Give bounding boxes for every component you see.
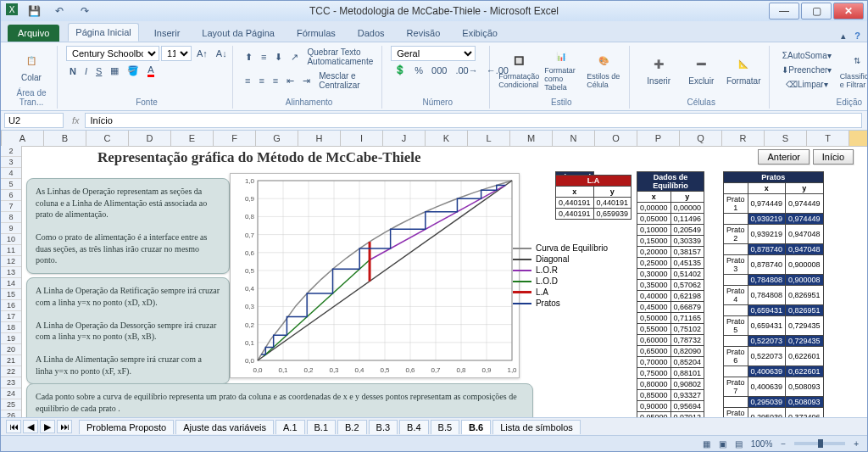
sheet-tab[interactable]: B.5 [431,420,460,434]
col-header-O[interactable]: O [595,131,637,146]
merge-button[interactable]: Mesclar e Centralizar [315,70,376,92]
row-header[interactable]: 18 [1,322,21,333]
row-header[interactable]: 14 [1,278,21,289]
col-header-K[interactable]: K [426,131,468,146]
col-header-S[interactable]: S [765,131,807,146]
tab-review[interactable]: Revisão [400,25,448,42]
fill-color-icon[interactable]: 🪣 [124,64,142,78]
zoom-level[interactable]: 100% [751,439,773,449]
col-header-I[interactable]: I [341,131,383,146]
chart[interactable]: 0,00,00,10,10,20,20,30,30,40,40,50,50,60… [230,173,520,378]
col-header-H[interactable]: H [298,131,341,146]
align-mid-icon[interactable]: ≡ [258,50,270,64]
row-header[interactable]: 10 [1,234,21,245]
row-header[interactable]: 22 [1,366,21,377]
col-header-T[interactable]: T [807,131,849,146]
row-header[interactable]: 16 [1,300,21,311]
col-header-F[interactable]: F [214,131,256,146]
row-header[interactable]: 7 [1,201,21,212]
row-header[interactable]: 20 [1,344,21,355]
col-header-L[interactable]: L [468,131,510,146]
underline-button[interactable]: S [92,64,105,78]
undo-icon[interactable]: ↶ [48,2,70,20]
currency-icon[interactable]: 💲 [391,63,409,77]
delete-cells-button[interactable]: ➖Excluir [681,46,721,93]
inc-decimal-icon[interactable]: .00→ [452,64,481,77]
col-header-A[interactable]: A [2,131,44,146]
autosum-button[interactable]: Σ AutoSoma ▾ [778,49,835,62]
tab-nav-prev-icon[interactable]: ◀ [23,420,38,433]
anterior-button[interactable]: Anterior [758,149,810,165]
number-format-select[interactable]: Geral [391,46,476,61]
ribbon-minimize-icon[interactable]: ▴ [841,31,846,42]
tab-nav-next-icon[interactable]: ▶ [40,420,55,433]
view-normal-icon[interactable]: ▦ [703,439,710,449]
tab-nav-last-icon[interactable]: ⏭ [57,420,72,433]
font-color-icon[interactable]: A [144,63,157,79]
sheet-tab[interactable]: B.3 [369,420,398,434]
view-layout-icon[interactable]: ▣ [719,439,726,449]
row-header[interactable]: 26 [1,410,21,417]
name-box[interactable] [4,113,64,128]
col-header-J[interactable]: J [383,131,426,146]
sheet-tab[interactable]: Ajuste das variáveis [175,420,274,434]
row-header[interactable]: 2 [1,146,21,157]
insert-cells-button[interactable]: ➕Inserir [638,46,679,93]
zoom-slider[interactable] [794,442,845,445]
tab-nav-first-icon[interactable]: ⏮ [6,420,21,433]
sheet-tab[interactable]: Problema Proposto [79,420,174,434]
tab-data[interactable]: Dados [351,25,392,42]
orientation-icon[interactable]: ↗ [287,50,302,64]
col-header-B[interactable]: B [44,131,86,146]
sheet-tab[interactable]: A.1 [275,420,305,434]
wrap-text-button[interactable]: Quebrar Texto Automaticamente [303,46,376,68]
row-header[interactable]: 8 [1,212,21,223]
row-header[interactable]: 3 [1,157,21,168]
maximize-button[interactable]: ▢ [801,3,832,20]
col-header-D[interactable]: D [129,131,171,146]
tab-view[interactable]: Exibição [455,25,504,42]
row-header[interactable]: 24 [1,388,21,399]
zoom-in-icon[interactable]: + [854,439,859,449]
col-header-M[interactable]: M [510,131,553,146]
tab-layout[interactable]: Layout da Página [195,25,281,42]
row-header[interactable]: 23 [1,377,21,388]
indent-dec-icon[interactable]: ⇤ [283,74,298,88]
sheet-tab[interactable]: B.2 [337,420,367,434]
row-header[interactable]: 15 [1,289,21,300]
row-header[interactable]: 6 [1,190,21,201]
sheet-tab[interactable]: B.1 [307,420,337,434]
row-header[interactable]: 21 [1,355,21,366]
align-center-icon[interactable]: ≡ [255,74,267,87]
sheet-tab[interactable]: B.6 [461,420,491,434]
row-header[interactable]: 17 [1,311,21,322]
align-top-icon[interactable]: ⬆ [242,50,256,64]
row-header[interactable]: 12 [1,256,21,267]
bold-button[interactable]: N [66,64,80,78]
percent-icon[interactable]: % [411,64,426,77]
help-icon[interactable]: ? [854,31,860,42]
row-header[interactable]: 25 [1,399,21,410]
zoom-out-icon[interactable]: − [781,439,786,449]
minimize-button[interactable]: — [769,3,799,20]
sheet-tab[interactable]: Lista de símbolos [492,420,581,434]
grow-font-icon[interactable]: A↑ [193,47,211,60]
tab-insert[interactable]: Inserir [147,25,187,42]
col-header-Q[interactable]: Q [680,131,722,146]
fontsize-select[interactable]: 11 [161,46,192,61]
comma-icon[interactable]: 000 [428,64,450,77]
format-cells-button[interactable]: 📐Formatar [723,46,764,93]
view-break-icon[interactable]: ▤ [735,439,743,449]
format-as-table-button[interactable]: 📊Formatar como Tabela [541,46,581,93]
sort-filter-button[interactable]: ⇅Classificar e Filtrar [837,46,867,93]
inicio-button[interactable]: Início [813,149,854,165]
redo-icon[interactable]: ↷ [74,2,96,20]
save-icon[interactable]: 💾 [23,2,45,20]
tab-formulas[interactable]: Fórmulas [290,25,342,42]
shrink-font-icon[interactable]: A↓ [213,47,231,60]
fill-button[interactable]: ⬇ Preencher ▾ [778,64,835,76]
row-header[interactable]: 5 [1,179,21,190]
indent-inc-icon[interactable]: ⇥ [299,74,314,88]
row-header[interactable]: 4 [1,168,21,179]
col-header-R[interactable]: R [722,131,765,146]
